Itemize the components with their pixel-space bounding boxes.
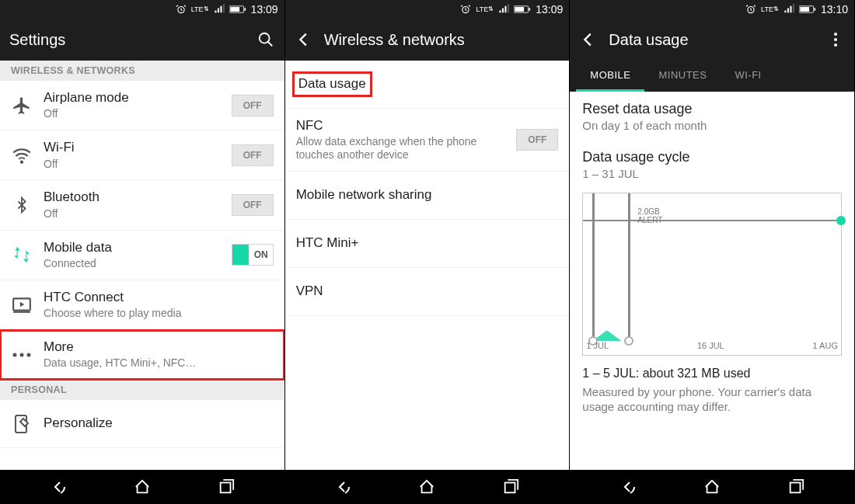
usage-summary: 1 – 5 JUL: about 321 MB used bbox=[582, 367, 842, 381]
page-title: Settings bbox=[9, 31, 246, 49]
row-nfc[interactable]: NFC Allow data exchange when the phone t… bbox=[285, 109, 570, 172]
home-icon[interactable] bbox=[417, 477, 437, 497]
svg-point-7 bbox=[13, 353, 17, 356]
toggle-mobile-data[interactable]: ON bbox=[232, 244, 274, 266]
svg-rect-3 bbox=[244, 8, 246, 10]
row-subtitle: Off bbox=[44, 107, 221, 120]
row-subtitle: Allow data exchange when the phone touch… bbox=[296, 135, 506, 162]
chart-usage-area bbox=[592, 315, 628, 341]
network-lte-icon: LTE⇅ bbox=[476, 6, 494, 13]
more-icon bbox=[11, 344, 33, 366]
row-vpn[interactable]: VPN bbox=[285, 268, 570, 316]
row-htc-mini[interactable]: HTC Mini+ bbox=[285, 220, 570, 268]
overflow-menu-icon[interactable] bbox=[826, 30, 845, 49]
wireless-list: Data usage NFC Allow data exchange when … bbox=[285, 61, 570, 470]
network-lte-icon: LTE⇅ bbox=[191, 6, 209, 13]
row-airplane-mode[interactable]: Airplane mode Off OFF bbox=[0, 81, 284, 130]
home-icon[interactable] bbox=[702, 477, 722, 497]
svg-point-21 bbox=[834, 33, 837, 36]
row-title: HTC Mini+ bbox=[296, 235, 559, 251]
svg-point-9 bbox=[27, 353, 31, 356]
row-title: Airplane mode bbox=[44, 90, 221, 106]
chart-alert-line[interactable] bbox=[583, 220, 841, 221]
chart-range-handle-end[interactable] bbox=[628, 193, 630, 341]
back-icon[interactable] bbox=[48, 477, 68, 497]
row-title: Reset data usage bbox=[582, 101, 842, 117]
battery-icon bbox=[229, 5, 246, 14]
svg-rect-11 bbox=[220, 483, 230, 493]
phone-screen-wireless-networks: LTE⇅ 13:09 Wireless & networks Data usag… bbox=[285, 0, 571, 504]
nav-bar bbox=[0, 470, 284, 504]
row-title: VPN bbox=[296, 283, 559, 299]
x-tick: 16 JUL bbox=[697, 341, 724, 355]
status-time: 13:09 bbox=[251, 3, 278, 16]
signal-icon bbox=[498, 4, 509, 15]
row-more[interactable]: More Data usage, HTC Mini+, NFC… bbox=[0, 330, 284, 380]
svg-rect-20 bbox=[814, 8, 815, 10]
chart-range-handle-start[interactable] bbox=[592, 193, 595, 341]
nav-bar bbox=[285, 470, 570, 504]
status-time: 13:09 bbox=[536, 3, 563, 16]
row-title: Bluetooth bbox=[44, 189, 221, 205]
chart-alert-label: 2.0GBALERT bbox=[637, 207, 662, 224]
chart-alert-handle[interactable] bbox=[836, 216, 846, 225]
toggle-bluetooth[interactable]: OFF bbox=[232, 194, 274, 216]
svg-point-4 bbox=[259, 33, 269, 43]
row-title: Mobile data bbox=[44, 240, 221, 255]
row-subtitle: Off bbox=[44, 207, 221, 221]
back-icon[interactable] bbox=[618, 477, 638, 497]
row-wifi[interactable]: Wi-Fi Off OFF bbox=[0, 130, 284, 180]
alarm-icon bbox=[745, 4, 756, 15]
row-bluetooth[interactable]: Bluetooth Off OFF bbox=[0, 180, 284, 230]
data-usage-body: Reset data usage On day 1 of each month … bbox=[570, 92, 854, 470]
bluetooth-icon bbox=[11, 194, 33, 216]
tab-minutes[interactable]: MINUTES bbox=[644, 61, 721, 92]
svg-rect-2 bbox=[230, 7, 239, 12]
back-arrow-icon[interactable] bbox=[579, 30, 598, 49]
toggle-wifi[interactable]: OFF bbox=[232, 144, 274, 166]
signal-icon bbox=[214, 4, 225, 15]
row-subtitle: Data usage, HTC Mini+, NFC… bbox=[44, 356, 274, 370]
nav-bar bbox=[570, 470, 854, 504]
svg-point-23 bbox=[834, 43, 837, 47]
home-icon[interactable] bbox=[132, 477, 152, 497]
data-usage-chart[interactable]: 2.0GBALERT 1 JUL 16 JUL 1 AUG bbox=[582, 193, 842, 356]
phone-screen-data-usage: LTE⇅ 13:10 Data usage MOBILE MINUTES WI-… bbox=[570, 0, 855, 504]
row-mobile-network-sharing[interactable]: Mobile network sharing bbox=[285, 172, 570, 220]
row-title: More bbox=[44, 339, 274, 355]
row-title: HTC Connect bbox=[44, 290, 274, 305]
row-data-usage-cycle[interactable]: Data usage cycle 1 – 31 JUL bbox=[582, 140, 842, 188]
toggle-airplane[interactable]: OFF bbox=[232, 95, 274, 116]
chart-x-axis: 1 JUL 16 JUL 1 AUG bbox=[583, 341, 841, 355]
row-subtitle: Connected bbox=[44, 257, 221, 270]
tab-mobile[interactable]: MOBILE bbox=[576, 61, 644, 92]
row-mobile-data[interactable]: Mobile data Connected ON bbox=[0, 231, 284, 280]
row-title: Mobile network sharing bbox=[296, 187, 559, 203]
svg-rect-24 bbox=[790, 483, 801, 493]
row-reset-data-usage[interactable]: Reset data usage On day 1 of each month bbox=[582, 92, 842, 140]
action-bar: Data usage bbox=[570, 19, 854, 61]
svg-point-5 bbox=[21, 161, 23, 162]
back-icon[interactable] bbox=[333, 477, 353, 497]
section-header-wireless: WIRELESS & NETWORKS bbox=[0, 61, 284, 81]
battery-icon bbox=[799, 5, 816, 14]
recents-icon[interactable] bbox=[501, 477, 521, 497]
status-bar: LTE⇅ 13:10 bbox=[570, 0, 854, 19]
search-icon[interactable] bbox=[256, 30, 275, 49]
wifi-icon bbox=[11, 144, 33, 166]
action-bar: Settings bbox=[0, 19, 284, 61]
row-data-usage[interactable]: Data usage bbox=[285, 61, 570, 109]
mobile-data-icon bbox=[11, 244, 33, 266]
toggle-nfc[interactable]: OFF bbox=[516, 129, 558, 151]
alarm-icon bbox=[176, 4, 187, 15]
recents-icon[interactable] bbox=[216, 477, 236, 497]
tab-wifi[interactable]: WI-FI bbox=[721, 61, 775, 92]
htc-connect-icon bbox=[11, 294, 33, 315]
row-htc-connect[interactable]: HTC Connect Choose where to play media bbox=[0, 280, 284, 330]
recents-icon[interactable] bbox=[786, 477, 806, 497]
x-tick: 1 AUG bbox=[813, 341, 838, 355]
row-personalize[interactable]: Personalize bbox=[0, 400, 284, 448]
usage-disclaimer: Measured by your phone. Your carrier's d… bbox=[582, 385, 842, 415]
section-header-personal: PERSONAL bbox=[0, 380, 284, 400]
back-arrow-icon[interactable] bbox=[295, 30, 313, 49]
